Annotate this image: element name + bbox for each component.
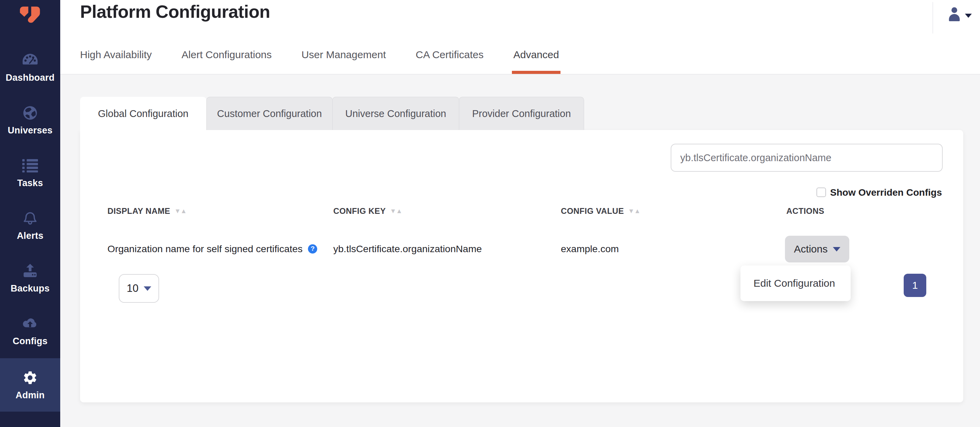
row-config-key: yb.tlsCertificate.organizationName xyxy=(333,242,482,255)
task-list-icon xyxy=(22,157,38,174)
sidebar: Dashboard Universes Tasks xyxy=(0,0,60,427)
help-circle-icon[interactable]: ? xyxy=(308,244,317,254)
sidebar-item-label: Admin xyxy=(16,390,45,401)
globe-icon xyxy=(22,104,38,121)
gear-icon xyxy=(22,369,38,386)
sidebar-item-dashboard[interactable]: Dashboard xyxy=(0,42,60,93)
sidebar-item-universes[interactable]: Universes xyxy=(0,94,60,146)
global-configuration-panel: Show Overriden Configs DISPLAY NAME ▼▲ C… xyxy=(80,130,963,402)
row-display-name: Organization name for self signed certif… xyxy=(107,242,317,255)
sidebar-item-label: Alerts xyxy=(17,230,43,241)
sidebar-item-label: Backups xyxy=(11,283,49,294)
configuration-subtabs: Global Configuration Customer Configurat… xyxy=(80,97,584,130)
sidebar-item-label: Universes xyxy=(8,125,53,136)
header-divider xyxy=(932,2,933,33)
column-header-display-name[interactable]: DISPLAY NAME ▼▲ xyxy=(107,205,186,217)
user-menu-caret-icon[interactable] xyxy=(965,14,972,18)
tab-advanced[interactable]: Advanced xyxy=(513,36,559,74)
pagination-page-1-button[interactable]: 1 xyxy=(904,274,926,297)
tab-ca-certificates[interactable]: CA Certificates xyxy=(416,36,484,74)
tab-alert-configurations[interactable]: Alert Configurations xyxy=(182,36,272,74)
caret-down-icon xyxy=(833,247,840,251)
gauge-icon xyxy=(22,52,39,69)
subtab-global-configuration[interactable]: Global Configuration xyxy=(80,97,206,130)
user-icon[interactable] xyxy=(947,6,961,22)
yugabyte-logo[interactable] xyxy=(19,5,42,29)
column-header-config-key[interactable]: CONFIG KEY ▼▲ xyxy=(333,205,402,217)
column-header-actions: ACTIONS xyxy=(786,205,824,217)
subtab-provider-configuration[interactable]: Provider Configuration xyxy=(459,97,584,130)
config-search-input[interactable] xyxy=(671,144,943,172)
show-overriden-configs-checkbox[interactable] xyxy=(816,187,826,197)
row-config-value: example.com xyxy=(561,242,619,255)
caret-down-icon xyxy=(144,286,151,291)
sidebar-item-backups[interactable]: Backups xyxy=(0,252,60,304)
actions-dropdown-menu: Edit Configuration xyxy=(740,265,851,301)
sidebar-item-label: Dashboard xyxy=(6,73,55,83)
menu-item-edit-configuration[interactable]: Edit Configuration xyxy=(740,265,851,301)
sidebar-item-label: Configs xyxy=(13,336,48,347)
sort-icon[interactable]: ▼▲ xyxy=(390,207,402,215)
show-overriden-configs-label: Show Overriden Configs xyxy=(830,187,942,198)
sort-icon[interactable]: ▼▲ xyxy=(628,207,640,215)
page-title: Platform Configuration xyxy=(80,2,270,22)
sort-icon[interactable]: ▼▲ xyxy=(175,207,187,215)
subtab-universe-configuration[interactable]: Universe Configuration xyxy=(332,97,459,130)
top-header: Platform Configuration High Availability… xyxy=(60,0,980,75)
bell-icon xyxy=(22,210,38,227)
sidebar-item-tasks[interactable]: Tasks xyxy=(0,147,60,198)
header-tabs: High Availability Alert Configurations U… xyxy=(80,36,559,74)
sidebar-item-admin[interactable]: Admin xyxy=(0,358,60,412)
sidebar-item-label: Tasks xyxy=(17,178,43,189)
subtab-customer-configuration[interactable]: Customer Configuration xyxy=(206,97,332,130)
tab-high-availability[interactable]: High Availability xyxy=(80,36,152,74)
backup-upload-icon xyxy=(22,262,38,279)
row-actions-button[interactable]: Actions xyxy=(785,236,849,262)
cloud-upload-icon xyxy=(22,315,38,332)
tab-user-management[interactable]: User Management xyxy=(301,36,386,74)
sidebar-item-configs[interactable]: Configs xyxy=(0,305,60,357)
column-header-config-value[interactable]: CONFIG VALUE ▼▲ xyxy=(561,205,640,217)
page-size-dropdown[interactable]: 10 xyxy=(119,274,159,303)
sidebar-item-alerts[interactable]: Alerts xyxy=(0,200,60,251)
